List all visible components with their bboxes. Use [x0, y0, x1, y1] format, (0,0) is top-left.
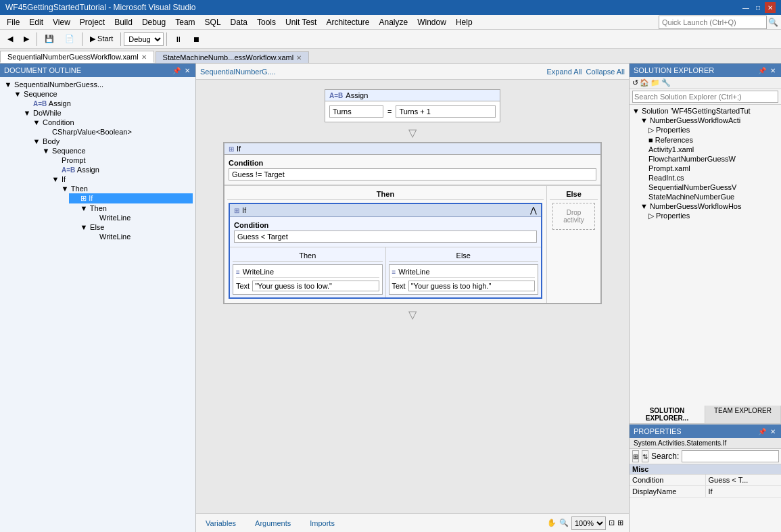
tree-csharpvalue[interactable]: CSharpValue<Boolean>: [41, 127, 193, 137]
menu-unittest[interactable]: Unit Test: [281, 16, 321, 28]
menu-data[interactable]: Data: [227, 16, 252, 28]
tab-sequential[interactable]: SequentialNumberGuessWorkflow.xaml ✕: [0, 51, 154, 63]
expand-icon: ▼: [80, 204, 88, 212]
inner-if-collapse-btn[interactable]: ⋀: [530, 205, 537, 215]
tab-close-sequential[interactable]: ✕: [141, 53, 147, 61]
menu-build[interactable]: Build: [110, 16, 137, 28]
menu-architecture[interactable]: Architecture: [322, 16, 373, 28]
close-button[interactable]: ✕: [765, 2, 776, 13]
fit-page-icon[interactable]: ⊡: [609, 518, 615, 527]
sol-toolbar-btn1[interactable]: ↺: [632, 78, 638, 87]
solution-explorer-tab[interactable]: SOLUTION EXPLORER...: [630, 406, 705, 423]
imports-btn[interactable]: Imports: [306, 518, 339, 529]
solution-explorer-title: SOLUTION EXPLORER: [634, 66, 714, 74]
tab-close-statemachine[interactable]: ✕: [296, 54, 302, 62]
quick-launch-input[interactable]: [659, 16, 767, 29]
toolbar-config[interactable]: Debug: [124, 32, 164, 46]
toolbar-fwd[interactable]: ▶: [19, 32, 34, 45]
tree-prompt[interactable]: Prompt: [50, 155, 193, 165]
sol-sequential[interactable]: SequentialNumberGuessV: [647, 183, 780, 192]
menu-help[interactable]: Help: [452, 16, 477, 28]
solution-close-btn[interactable]: ✕: [769, 67, 777, 74]
tree-writeline1[interactable]: WriteLine: [88, 213, 193, 222]
tree-if[interactable]: ▼ If: [50, 174, 193, 184]
toolbar-extra1[interactable]: ⏸: [170, 33, 187, 45]
toolbar-start[interactable]: ▶ Start: [85, 32, 118, 45]
menu-sql[interactable]: SQL: [201, 16, 225, 28]
toolbar-new[interactable]: 📄: [60, 32, 79, 45]
tree-sequence[interactable]: ▼ Sequence: [12, 89, 193, 99]
sol-references[interactable]: ■ References: [647, 135, 780, 145]
outer-if-condition-field[interactable]: [229, 168, 596, 180]
menu-analyze[interactable]: Analyze: [375, 16, 412, 28]
props-grid-btn[interactable]: ⊞: [632, 450, 639, 462]
tree-body[interactable]: ▼ Body: [31, 137, 193, 146]
tree-inner-then[interactable]: ▼ Then: [78, 203, 193, 213]
menu-tools[interactable]: Tools: [253, 16, 280, 28]
panel-close-btn[interactable]: ✕: [183, 67, 191, 74]
tab-statemachine[interactable]: StateMachineNumb...essWorkflow.xaml ✕: [156, 51, 310, 63]
sol-toolbar-btn2[interactable]: 🏠: [640, 78, 649, 87]
team-explorer-tab[interactable]: TEAM EXPLORER: [705, 406, 781, 423]
minimize-button[interactable]: —: [740, 2, 751, 13]
sol-host-properties[interactable]: ▷ Properties: [647, 211, 780, 221]
toolbar-save[interactable]: 💾: [40, 32, 59, 45]
sol-readint[interactable]: ReadInt.cs: [647, 173, 780, 183]
collapse-all-btn[interactable]: Collapse All: [586, 68, 625, 76]
props-pin-btn[interactable]: 📌: [757, 428, 767, 435]
toolbar-back[interactable]: ◀: [3, 32, 18, 45]
inner-if-condition-field[interactable]: [234, 231, 537, 243]
sol-toolbar-btn3[interactable]: 📁: [650, 78, 660, 87]
writeline-high-text-field[interactable]: [408, 281, 535, 291]
maximize-button[interactable]: □: [753, 2, 763, 13]
properties-title: PROPERTIES: [634, 427, 682, 435]
zoom-select[interactable]: 100% 75% 150%: [571, 516, 606, 530]
props-condition-value[interactable]: Guess < T...: [706, 475, 782, 485]
sol-solution-root[interactable]: ▼ Solution 'WF45GettingStartedTut: [631, 106, 780, 116]
panel-pin-btn[interactable]: 📌: [171, 67, 182, 74]
tree-assign2[interactable]: A=B Assign: [50, 165, 193, 174]
sol-numguess-host[interactable]: ▼ NumberGuessWorkflowHos: [639, 201, 780, 211]
tree-then[interactable]: ▼ Then: [60, 184, 193, 193]
tree-condition[interactable]: ▼ Condition: [31, 118, 193, 127]
tree-body-sequence[interactable]: ▼ Sequence: [41, 146, 193, 155]
tree-assign[interactable]: A=B Assign: [22, 99, 193, 108]
tree-root[interactable]: ▼ SequentialNumberGuess...: [3, 80, 193, 89]
expand-all-btn[interactable]: Expand All: [547, 68, 582, 76]
workflow-breadcrumb[interactable]: SequentialNumberG....: [200, 68, 276, 76]
sol-statemachine[interactable]: StateMachineNumberGue: [647, 192, 780, 201]
menu-debug[interactable]: Debug: [138, 16, 170, 28]
sol-properties[interactable]: ▷ Properties: [647, 125, 780, 135]
menu-edit[interactable]: Edit: [25, 16, 47, 28]
outer-if-else-branch: Else Drop activity: [546, 186, 600, 303]
pan-tool-icon[interactable]: ✋: [547, 518, 557, 527]
props-sort-btn[interactable]: ⇅: [642, 450, 648, 462]
sol-activity1[interactable]: Activity1.xaml: [647, 145, 780, 154]
props-displayname-value[interactable]: If: [706, 486, 782, 497]
props-search-input[interactable]: [682, 450, 779, 462]
solution-pin-btn[interactable]: 📌: [757, 67, 767, 74]
sol-prompt[interactable]: Prompt.xaml: [647, 164, 780, 173]
sol-toolbar-btn4[interactable]: 🔧: [661, 78, 671, 87]
sol-flowchart[interactable]: FlowchartNumberGuessW: [647, 154, 780, 164]
zoom-icon[interactable]: 🔍: [559, 518, 569, 527]
toolbar-extra2[interactable]: ⏹: [188, 33, 205, 45]
solution-search-input[interactable]: [632, 91, 778, 103]
variables-btn[interactable]: Variables: [202, 518, 240, 529]
sol-numguess-activity[interactable]: ▼ NumberGuessWorkflowActi: [639, 116, 780, 125]
fit-width-icon[interactable]: ⊞: [617, 518, 623, 527]
arguments-btn[interactable]: Arguments: [251, 518, 295, 529]
tree-inner-else[interactable]: ▼ Else: [78, 222, 193, 232]
menu-team[interactable]: Team: [171, 16, 199, 28]
menu-view[interactable]: View: [49, 16, 74, 28]
tree-inner-if[interactable]: ⊞ If: [69, 193, 193, 203]
assign-right-field[interactable]: [396, 105, 496, 118]
writeline-low-text-field[interactable]: [252, 281, 379, 291]
menu-file[interactable]: File: [3, 16, 24, 28]
assign-left-field[interactable]: [329, 105, 383, 118]
tree-dowhile[interactable]: ▼ DoWhile: [22, 108, 193, 118]
menu-window[interactable]: Window: [413, 16, 450, 28]
props-close-btn[interactable]: ✕: [769, 428, 777, 435]
menu-project[interactable]: Project: [76, 16, 109, 28]
tree-writeline2[interactable]: WriteLine: [88, 232, 193, 241]
